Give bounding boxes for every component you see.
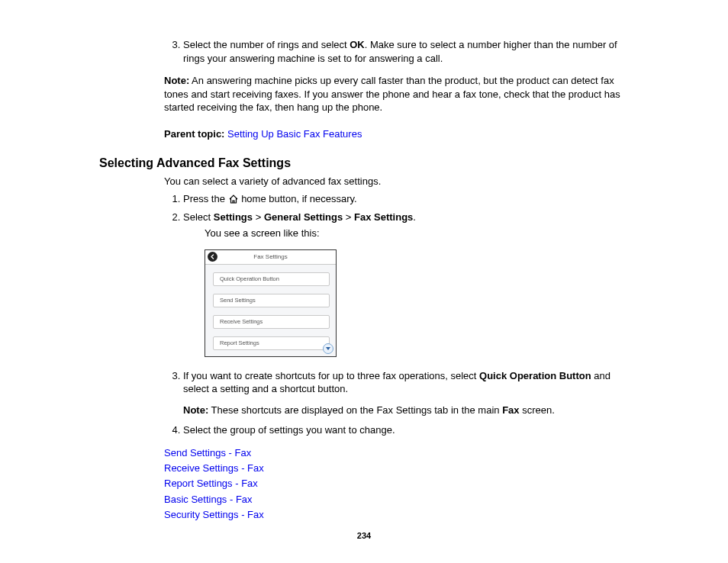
section-intro: You can select a variety of advanced fax… xyxy=(164,175,636,188)
link-receive-settings[interactable]: Receive Settings - Fax xyxy=(164,462,264,474)
fax-settings-screenshot: Fax Settings Quick Operation Button Send… xyxy=(205,249,337,357)
steps-list: Press the home button, if necessary. Sel… xyxy=(99,192,636,240)
screenshot-list: Quick Operation Button Send Settings Rec… xyxy=(205,265,336,356)
step-1: Press the home button, if necessary. xyxy=(183,192,636,208)
step-3-rings: Select the number of rings and select OK… xyxy=(183,38,636,65)
link-report-settings[interactable]: Report Settings - Fax xyxy=(164,478,258,489)
top-ordered-list: Select the number of rings and select OK… xyxy=(99,38,636,65)
text-fragment: Press the xyxy=(183,193,228,204)
text-fragment: If you want to create shortcuts for up t… xyxy=(183,370,479,381)
step-3: If you want to create shortcuts for up t… xyxy=(183,369,636,417)
home-icon xyxy=(228,194,239,208)
screenshot-row: Report Settings xyxy=(213,336,330,350)
sub-links-block: Send Settings - Fax Receive Settings - F… xyxy=(164,446,636,523)
link-security-settings[interactable]: Security Settings - Fax xyxy=(164,509,264,520)
path-general-settings: General Settings xyxy=(264,211,343,223)
fax-bold: Fax xyxy=(502,404,519,416)
path-fax-settings: Fax Settings xyxy=(354,211,413,223)
text-fragment: screen. xyxy=(520,404,555,416)
steps-list-continued: If you want to create shortcuts for up t… xyxy=(99,369,636,436)
screenshot-header: Fax Settings xyxy=(205,250,336,265)
text-fragment: These shortcuts are displayed on the Fax… xyxy=(208,404,502,416)
document-page: Select the number of rings and select OK… xyxy=(0,0,728,563)
scroll-down-icon xyxy=(323,343,333,354)
note-answering-machine: Note: An answering machine picks up ever… xyxy=(164,74,636,114)
text-fragment: home button, if necessary. xyxy=(239,193,357,204)
screenshot-title: Fax Settings xyxy=(253,253,287,260)
quick-operation-button-label: Quick Operation Button xyxy=(479,370,591,381)
parent-topic-link[interactable]: Setting Up Basic Fax Features xyxy=(227,128,362,140)
note-label: Note: xyxy=(164,75,189,86)
step-4: Select the group of settings you want to… xyxy=(183,423,636,437)
screenshot-row: Receive Settings xyxy=(213,315,330,329)
separator: > xyxy=(253,211,264,223)
page-number: 234 xyxy=(0,531,728,540)
step-2-substep: You see a screen like this: xyxy=(205,227,636,240)
text-fragment: Select xyxy=(183,211,214,223)
back-icon xyxy=(208,252,217,262)
text-fragment: . xyxy=(413,211,416,223)
separator: > xyxy=(343,211,354,223)
screenshot-row: Send Settings xyxy=(213,294,330,307)
parent-topic-row: Parent topic: Setting Up Basic Fax Featu… xyxy=(164,128,636,140)
link-send-settings[interactable]: Send Settings - Fax xyxy=(164,447,251,458)
text-fragment: Select the number of rings and select xyxy=(183,39,350,50)
step-2: Select Settings > General Settings > Fax… xyxy=(183,211,636,240)
step-3-note: Note: These shortcuts are displayed on t… xyxy=(183,404,636,417)
note-label: Note: xyxy=(183,404,208,416)
link-basic-settings[interactable]: Basic Settings - Fax xyxy=(164,494,253,505)
screenshot-row: Quick Operation Button xyxy=(213,272,330,286)
parent-topic-label: Parent topic: xyxy=(164,128,224,140)
section-heading: Selecting Advanced Fax Settings xyxy=(99,156,636,170)
ok-label: OK xyxy=(350,39,365,50)
path-settings: Settings xyxy=(214,211,253,223)
note-body: An answering machine picks up every call… xyxy=(164,75,620,113)
